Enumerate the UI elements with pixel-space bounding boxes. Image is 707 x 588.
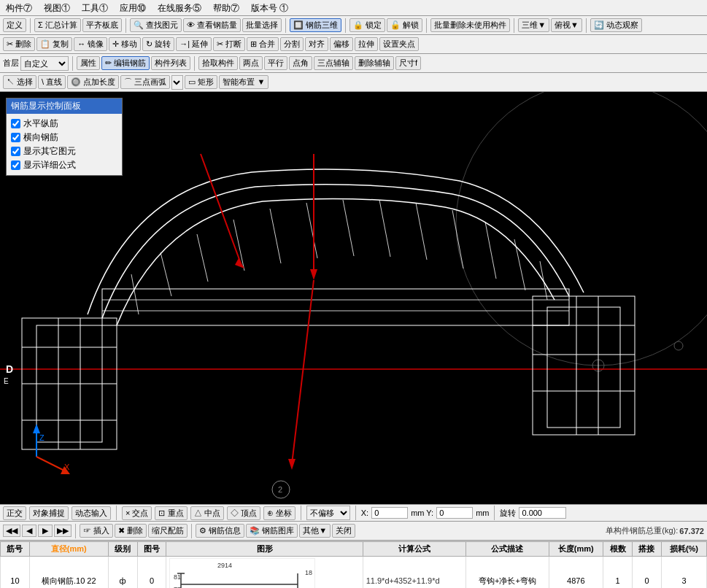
btn-offset[interactable]: 偏移 <box>330 37 353 51</box>
menu-item-view[interactable]: 视图① <box>41 1 73 15</box>
menu-item-apply[interactable]: 应用⑩ <box>117 1 149 15</box>
btn-vertex[interactable]: ◇ 顶点 <box>227 506 260 520</box>
btn-delete-row[interactable]: ✖ 删除 <box>115 524 147 538</box>
btn-close[interactable]: 关闭 <box>332 524 355 538</box>
cell-length: 4876 <box>549 557 603 589</box>
btn-snap[interactable]: 对象捕捉 <box>29 506 69 520</box>
svg-text:2914: 2914 <box>217 562 232 569</box>
btn-delete-axis[interactable]: 删除辅轴 <box>355 56 394 70</box>
rotate-input[interactable] <box>519 507 566 519</box>
move-type-select[interactable]: 不偏移 <box>306 506 350 520</box>
btn-batch-select[interactable]: 批量选择 <box>242 18 282 32</box>
sep-table2 <box>191 524 192 538</box>
btn-rotate[interactable]: ↻ 旋转 <box>142 37 174 51</box>
btn-midpoint[interactable]: △ 中点 <box>190 506 224 520</box>
btn-point-angle[interactable]: 点角 <box>289 56 312 70</box>
btn-edit-rebar[interactable]: ✏ 编辑钢筋 <box>101 56 150 70</box>
btn-nav-prev[interactable]: ◀ <box>22 525 36 537</box>
cell-loss: 3 <box>661 557 706 589</box>
btn-calculate[interactable]: Σ 汇总计算 <box>34 18 81 32</box>
btn-3d[interactable]: 三维▼ <box>518 18 549 32</box>
menu-item-tools[interactable]: 工具① <box>79 1 111 15</box>
btn-nav-last[interactable]: ▶▶ <box>54 525 72 537</box>
col-header-formula-desc: 公式描述 <box>466 542 549 557</box>
btn-batch-delete[interactable]: 批量删除未使用构件 <box>430 18 510 32</box>
checkbox-show-formula[interactable]: 显示详细公式 <box>9 158 119 172</box>
btn-unlock[interactable]: 🔓 解锁 <box>387 18 422 32</box>
btn-arc-3pt[interactable]: ⌒ 三点画弧 <box>120 75 170 89</box>
btn-ortho[interactable]: 正交 <box>3 506 26 520</box>
btn-three-point-axis[interactable]: 三点辅轴 <box>314 56 353 70</box>
viewport[interactable]: D E Z X 2 钢筋显示控制面板 水平纵筋 横向钢筋 显示其它图元 <box>0 92 707 504</box>
btn-delete[interactable]: ✂ 删除 <box>3 37 35 51</box>
btn-view-rebar[interactable]: 👁 查看钢筋量 <box>183 18 241 32</box>
x-input[interactable] <box>371 507 408 519</box>
btn-stretch[interactable]: 拉伸 <box>355 37 378 51</box>
menu-item-help[interactable]: 帮助⑦ <box>210 1 242 15</box>
svg-text:Z: Z <box>39 433 45 442</box>
btn-dynamic-input[interactable]: 动态输入 <box>72 506 111 520</box>
btn-split[interactable]: 分割 <box>280 37 304 51</box>
checkbox-transverse-rebar[interactable]: 横向钢筋 <box>9 131 119 144</box>
sep6 <box>514 18 514 33</box>
y-label: mm Y: <box>411 508 433 517</box>
btn-nav-next[interactable]: ▶ <box>38 525 53 537</box>
btn-intersection[interactable]: × 交点 <box>122 506 152 520</box>
toolbar-1: 定义 Σ 汇总计算 平齐板底 🔍 查找图元 👁 查看钢筋量 批量选择 🔲 钢筋三… <box>0 16 707 35</box>
btn-select[interactable]: ↖ 选择 <box>3 75 36 89</box>
btn-rebar-lib[interactable]: 📚 钢筋图库 <box>246 524 298 538</box>
btn-find-element[interactable]: 🔍 查找图元 <box>130 18 182 32</box>
btn-insert-row[interactable]: ☞ 插入 <box>80 524 113 538</box>
btn-point-length[interactable]: 🔘 点加长度 <box>67 75 119 89</box>
btn-dimension[interactable]: 尺寸f <box>395 56 421 70</box>
menu-item-version[interactable]: 版本号 ① <box>248 1 291 15</box>
btn-move[interactable]: ✛ 移动 <box>109 37 141 51</box>
btn-mirror[interactable]: ↔ 镜像 <box>74 37 107 51</box>
btn-rebar-info[interactable]: ⚙ 钢筋信息 <box>196 524 244 538</box>
toolbar-2: ✂ 删除 📋 复制 ↔ 镜像 ✛ 移动 ↻ 旋转 →| 延伸 ✂ 打断 ⊞ 合并… <box>0 35 707 54</box>
btn-endpoint[interactable]: ⊡ 重点 <box>155 506 187 520</box>
btn-top-view[interactable]: 俯视▼ <box>551 18 582 32</box>
btn-rebar-3d[interactable]: 🔲 钢筋三维 <box>290 18 341 32</box>
btn-define[interactable]: 定义 <box>3 18 26 32</box>
x-label: X: <box>361 508 368 517</box>
y-input[interactable] <box>436 507 473 519</box>
svg-text:E: E <box>4 377 9 385</box>
rotate-label: 旋转 <box>500 508 516 519</box>
svg-text:D: D <box>6 363 13 375</box>
arc-type-select[interactable] <box>171 75 183 90</box>
menu-item-online[interactable]: 在线服务⑤ <box>155 1 204 15</box>
btn-lock[interactable]: 🔒 锁定 <box>349 18 385 32</box>
btn-pick-component[interactable]: 拾取构件 <box>198 56 238 70</box>
btn-component-list[interactable]: 构件列表 <box>151 56 190 70</box>
btn-line[interactable]: \ 直线 <box>38 75 66 89</box>
btn-align[interactable]: 对齐 <box>305 37 328 51</box>
z-suffix: mm <box>476 508 489 517</box>
btn-dynamic-view[interactable]: 🔄 动态观察 <box>590 18 642 32</box>
btn-break[interactable]: ✂ 打断 <box>213 37 245 51</box>
btn-nav-first[interactable]: ◀◀ <box>3 525 20 537</box>
menu-item-components[interactable]: 构件⑦ <box>3 1 35 15</box>
btn-merge[interactable]: ⊞ 合并 <box>247 37 279 51</box>
btn-smart-layout[interactable]: 智能布置 ▼ <box>219 75 268 89</box>
layer-select[interactable]: 自定义 欧式拱门 <box>20 56 69 71</box>
btn-coordinate[interactable]: ⊕ 坐标 <box>263 506 295 520</box>
cell-formula-desc: 弯钩+净长+弯钩 <box>466 557 549 589</box>
btn-extend[interactable]: →| 延伸 <box>176 37 212 51</box>
btn-rectangle[interactable]: ▭ 矩形 <box>185 75 217 89</box>
btn-properties[interactable]: 属性 <box>77 56 100 70</box>
sep-table1 <box>75 524 76 538</box>
sep2 <box>125 18 126 33</box>
col-header-grade: 级别 <box>108 542 137 557</box>
btn-scale-rebar[interactable]: 缩尺配筋 <box>148 524 188 538</box>
checkbox-horizontal-rebar[interactable]: 水平纵筋 <box>9 117 119 131</box>
btn-parallel[interactable]: 平行 <box>264 56 287 70</box>
btn-other[interactable]: 其他▼ <box>299 524 331 538</box>
btn-setgrip[interactable]: 设置夹点 <box>379 37 419 51</box>
checkbox-show-other[interactable]: 显示其它图元 <box>9 144 119 158</box>
btn-copy[interactable]: 📋 复制 <box>36 37 72 51</box>
btn-two-points[interactable]: 两点 <box>239 56 263 70</box>
col-header-id: 筋号 <box>1 542 30 557</box>
btn-flat-slab[interactable]: 平齐板底 <box>82 18 122 32</box>
cell-drawing: 0 <box>137 557 166 589</box>
